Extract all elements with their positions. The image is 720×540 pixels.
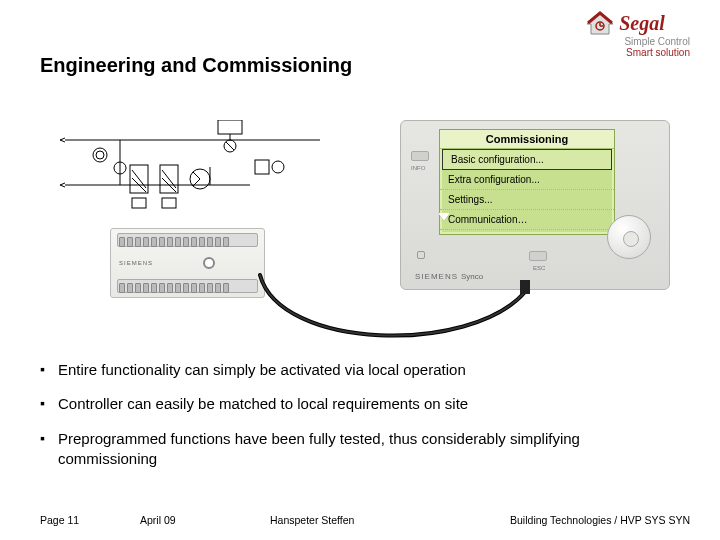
status-led-icon [417, 251, 425, 259]
brand-logo: Segal Simple Control Smart solution [560, 10, 690, 58]
device-knob-icon [203, 257, 215, 269]
menu-item-extra[interactable]: Extra configuration... [440, 170, 614, 190]
screen-title: Commissioning [440, 130, 614, 149]
footer-date: April 09 [140, 514, 270, 526]
esc-label: ESC [533, 265, 545, 271]
house-icon [585, 10, 615, 36]
menu-item-communication[interactable]: Communication [440, 210, 614, 230]
rotary-dial[interactable] [607, 215, 651, 259]
info-label: INFO [411, 165, 425, 171]
controller-device: SIEMENS [110, 228, 265, 298]
slide-title: Engineering and Commissioning [40, 54, 680, 77]
info-button[interactable] [411, 151, 429, 161]
diagram-area: SIEMENS Commissioning Basic configuratio… [50, 120, 670, 350]
svg-line-9 [226, 142, 234, 150]
logo-name: Segal [619, 12, 665, 35]
device-brand: SIEMENS [119, 260, 153, 266]
svg-point-10 [93, 148, 107, 162]
bullet-list: Entire functionality can simply be activ… [40, 360, 680, 483]
footer-org: Building Technologies / HVP SYS SYN [510, 514, 690, 526]
bullet-2: Controller can easily be matched to loca… [40, 394, 680, 414]
bullet-3: Preprogrammed functions have been fully … [40, 429, 680, 470]
footer-page: Page 11 [40, 514, 140, 526]
hvac-schematic [60, 120, 330, 220]
menu-item-basic[interactable]: Basic configuration... [442, 149, 612, 170]
panel-screen: Commissioning Basic configuration... Ext… [439, 129, 615, 235]
panel-brand: SIEMENS [415, 272, 458, 281]
panel-series: Synco [461, 272, 483, 281]
svg-point-25 [272, 161, 284, 173]
logo-tagline-1: Simple Control [560, 36, 690, 47]
svg-rect-22 [162, 198, 176, 208]
footer-author: Hanspeter Steffen [270, 514, 510, 526]
svg-rect-6 [218, 120, 242, 134]
svg-rect-24 [255, 160, 269, 174]
slide-footer: Page 11 April 09 Hanspeter Steffen Build… [40, 514, 690, 526]
esc-button[interactable] [529, 251, 547, 261]
svg-line-19 [193, 172, 200, 179]
operator-panel: Commissioning Basic configuration... Ext… [400, 120, 670, 290]
bullet-1: Entire functionality can simply be activ… [40, 360, 680, 380]
menu-item-settings[interactable]: Settings... [440, 190, 614, 210]
svg-rect-21 [132, 198, 146, 208]
